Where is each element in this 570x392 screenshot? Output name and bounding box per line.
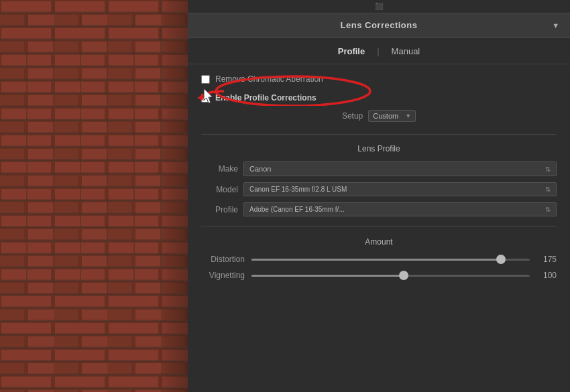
model-select[interactable]: Canon EF 16-35mm f/2.8 L USM ⇅: [243, 182, 557, 196]
amount-section: Amount Distortion 175 Vignetting 100: [201, 237, 557, 280]
vignetting-value: 100: [536, 271, 557, 280]
vignetting-slider-fill: [251, 275, 404, 277]
model-field-row: Model Canon EF 16-35mm f/2.8 L USM ⇅: [201, 182, 557, 196]
model-select-arrows: ⇅: [545, 186, 551, 193]
profile-field-row: Profile Adobe (Canon EF 16-35mm f/... ⇅: [201, 202, 557, 216]
chromatic-aberration-checkbox[interactable]: [201, 75, 210, 84]
amount-section-title: Amount: [201, 237, 557, 247]
divider: [201, 134, 557, 135]
panel-content: Remove Chromatic Aberration Enable Profi…: [188, 64, 570, 392]
make-select-arrows: ⇅: [545, 166, 551, 173]
profile-select[interactable]: Adobe (Canon EF 16-35mm f/... ⇅: [243, 202, 557, 216]
panel-header: Lens Corrections ▼: [188, 13, 570, 38]
icon-strip: ⬛: [188, 0, 570, 13]
make-label: Make: [201, 164, 238, 174]
make-value: Canon: [249, 165, 271, 173]
enable-profile-checkbox[interactable]: [201, 94, 210, 103]
tab-manual[interactable]: Manual: [380, 44, 433, 58]
enable-profile-label: Enable Profile Corrections: [215, 93, 317, 103]
setup-label: Setup: [342, 111, 363, 121]
tab-profile[interactable]: Profile: [326, 44, 377, 58]
panel-collapse-arrow[interactable]: ▼: [552, 21, 559, 29]
checkboxes-section: Remove Chromatic Aberration Enable Profi…: [201, 72, 557, 105]
vignetting-slider-thumb[interactable]: [399, 271, 408, 280]
profile-value: Adobe (Canon EF 16-35mm f/...: [249, 206, 345, 213]
distortion-slider-row: Distortion 175: [201, 255, 557, 264]
panel-title: Lens Corrections: [341, 20, 418, 30]
profile-label: Profile: [201, 205, 238, 214]
make-select[interactable]: Canon ⇅: [243, 161, 557, 176]
distortion-value: 175: [536, 255, 557, 264]
setup-value: Custom: [373, 112, 398, 120]
vignetting-label: Vignetting: [201, 271, 245, 280]
panel-icon: ⬛: [375, 3, 383, 10]
enable-profile-row: Enable Profile Corrections: [201, 91, 557, 105]
distortion-label: Distortion: [201, 255, 245, 264]
model-label: Model: [201, 185, 238, 194]
chromatic-aberration-row: Remove Chromatic Aberration: [201, 72, 557, 86]
vignetting-slider-row: Vignetting 100: [201, 271, 557, 280]
make-field-row: Make Canon ⇅: [201, 161, 557, 176]
lens-profile-section-title: Lens Profile: [201, 144, 557, 153]
tabs-bar: Profile | Manual: [188, 38, 570, 64]
model-value: Canon EF 16-35mm f/2.8 L USM: [249, 186, 347, 193]
svg-rect-10: [0, 0, 188, 392]
lens-corrections-panel: ⬛ Lens Corrections ▼ Profile | Manual Re…: [188, 0, 570, 392]
distortion-slider-track: [251, 259, 530, 261]
vignetting-slider-track: [251, 275, 530, 277]
chromatic-aberration-label: Remove Chromatic Aberration: [215, 74, 323, 84]
distortion-slider-thumb[interactable]: [496, 255, 506, 264]
setup-dropdown-arrow: ▼: [405, 113, 411, 119]
distortion-slider-fill: [251, 259, 502, 261]
setup-dropdown[interactable]: Custom ▼: [368, 110, 416, 122]
profile-select-arrows: ⇅: [545, 206, 551, 213]
divider-2: [201, 226, 557, 226]
photo-panel: [0, 0, 188, 392]
setup-row: Setup Custom ▼: [201, 110, 557, 122]
